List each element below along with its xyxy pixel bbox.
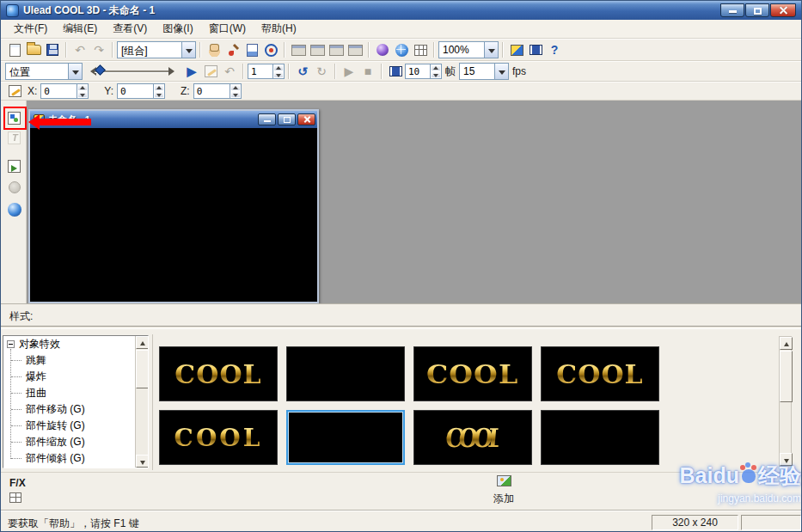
step-forward-button[interactable]: ▶ [182, 63, 201, 80]
focus-tool-button[interactable] [261, 41, 280, 58]
menu-edit[interactable]: 编辑(E) [55, 19, 105, 39]
context-help-button[interactable]: ? [545, 41, 564, 58]
scrollbar-thumb[interactable] [780, 351, 793, 402]
x-value[interactable]: 0 [41, 84, 77, 98]
fx-tab-label[interactable]: F/X [9, 477, 26, 489]
arrange-windows-button[interactable] [346, 41, 364, 58]
texture-button[interactable] [6, 158, 22, 174]
tree-scrollbar[interactable] [135, 336, 148, 468]
undo-button[interactable]: ↶ [70, 41, 89, 58]
export-button[interactable] [526, 41, 545, 58]
keyframe-diamond-icon[interactable] [95, 64, 106, 76]
loop-left-button[interactable]: ↺ [293, 63, 312, 80]
add-keyframe-button[interactable] [201, 63, 220, 80]
tree-node-part-move[interactable]: 部件移动 (G) [3, 401, 148, 418]
z-spinner[interactable]: 0 [193, 83, 242, 99]
effect-thumbnail-1[interactable]: COOL [159, 346, 278, 401]
spin-up-icon[interactable] [154, 84, 164, 91]
scroll-down-icon[interactable] [780, 453, 793, 466]
redo-button[interactable]: ↷ [89, 41, 108, 58]
document-maximize-button[interactable] [278, 113, 296, 125]
effect-thumbnail-5[interactable]: COOL [159, 410, 278, 465]
gallery-scrollbar[interactable] [779, 336, 792, 467]
spin-down-icon[interactable] [273, 71, 284, 78]
y-spinner[interactable]: 0 [117, 83, 165, 99]
slider-track[interactable] [95, 70, 170, 72]
light-button[interactable] [6, 179, 22, 195]
new-button[interactable] [5, 41, 24, 58]
tree-node-twist[interactable]: 扭曲 [3, 385, 148, 401]
chevron-down-icon[interactable] [484, 42, 498, 58]
transform-mode-button[interactable] [5, 83, 24, 100]
x-spinner[interactable]: 0 [40, 83, 89, 99]
play-button[interactable]: ▶ [340, 63, 358, 80]
insert-text-button[interactable] [6, 130, 22, 146]
z-value[interactable]: 0 [194, 84, 230, 98]
paint-tool-button[interactable] [223, 41, 242, 58]
attribute-combo[interactable]: 位置 [5, 63, 83, 80]
scroll-down-icon[interactable] [136, 455, 149, 468]
effect-thumbnail-3[interactable]: COOL [413, 346, 532, 401]
total-frames-spinner[interactable]: 10 [405, 64, 442, 79]
render-canvas[interactable] [30, 128, 317, 302]
grid-toggle-button[interactable] [411, 41, 430, 58]
spin-up-icon[interactable] [230, 84, 241, 91]
minimize-button[interactable] [720, 3, 744, 17]
document-close-button[interactable] [297, 113, 315, 125]
document-window[interactable]: 未命名 - 1 [28, 109, 319, 303]
menu-help[interactable]: 帮助(H) [254, 19, 304, 39]
scroll-up-icon[interactable] [780, 337, 793, 350]
current-frame-value[interactable]: 1 [248, 64, 272, 78]
open-button[interactable] [24, 41, 43, 58]
spin-down-icon[interactable] [154, 91, 164, 98]
scrollbar-thumb[interactable] [136, 350, 149, 388]
pan-tool-button[interactable] [205, 41, 223, 58]
render-button[interactable] [507, 41, 526, 58]
scroll-up-icon[interactable] [136, 336, 149, 349]
chevron-down-icon[interactable] [68, 64, 82, 79]
group-mode-combo[interactable]: [组合] [117, 41, 196, 58]
spin-down-icon[interactable] [431, 71, 441, 78]
tree-node-part-skew[interactable]: 部件倾斜 (G) [3, 450, 148, 467]
prev-keyframe-button[interactable]: ↶ [220, 63, 239, 80]
menu-window[interactable]: 窗口(W) [201, 19, 254, 39]
add-effect-control[interactable]: 添加 [482, 474, 525, 506]
chevron-down-icon[interactable] [494, 64, 508, 79]
menu-view[interactable]: 查看(V) [105, 19, 155, 39]
zoom-combo[interactable]: 100% [438, 41, 499, 58]
frames-settings-button[interactable] [386, 63, 405, 80]
menu-file[interactable]: 文件(F) [6, 19, 55, 39]
current-frame-spinner[interactable]: 1 [248, 64, 285, 79]
web-button[interactable] [392, 41, 411, 58]
maximize-button[interactable] [745, 3, 769, 17]
spin-down-icon[interactable] [230, 91, 241, 98]
stop-button[interactable]: ■ [358, 63, 377, 80]
slider-right-arrow-icon[interactable] [168, 67, 179, 76]
save-button[interactable] [43, 41, 62, 58]
tile-vertical-button[interactable] [327, 41, 346, 58]
effect-thumbnail-2[interactable]: COOL [286, 346, 405, 401]
spin-down-icon[interactable] [77, 91, 88, 98]
y-value[interactable]: 0 [118, 84, 153, 98]
chevron-down-icon[interactable] [181, 42, 195, 58]
fx-grid-icon[interactable] [9, 492, 21, 503]
tile-horizontal-button[interactable] [308, 41, 327, 58]
tree-node-dance[interactable]: 跳舞 [3, 352, 148, 369]
cascade-windows-button[interactable] [289, 41, 308, 58]
tree-collapse-icon[interactable] [7, 340, 15, 348]
tree-node-explode[interactable]: 爆炸 [3, 369, 148, 385]
loop-right-button[interactable]: ↻ [312, 63, 331, 80]
close-button[interactable] [770, 3, 796, 17]
timeline-slider[interactable] [86, 64, 179, 78]
tree-node-part-scale[interactable]: 部件缩放 (G) [3, 434, 148, 450]
tree-node-part-rotate[interactable]: 部件旋转 (G) [3, 418, 148, 434]
total-frames-value[interactable]: 10 [406, 64, 430, 78]
render-scene-button[interactable] [6, 201, 22, 217]
spin-up-icon[interactable] [77, 84, 88, 91]
effect-thumbnail-6[interactable]: COOL [286, 410, 405, 465]
spin-up-icon[interactable] [431, 64, 441, 71]
fps-combo[interactable]: 15 [459, 63, 509, 80]
spin-up-icon[interactable] [273, 64, 284, 71]
title-bar[interactable]: Ulead COOL 3D - 未命名 - 1 [1, 1, 801, 20]
menu-image[interactable]: 图像(I) [155, 19, 200, 39]
